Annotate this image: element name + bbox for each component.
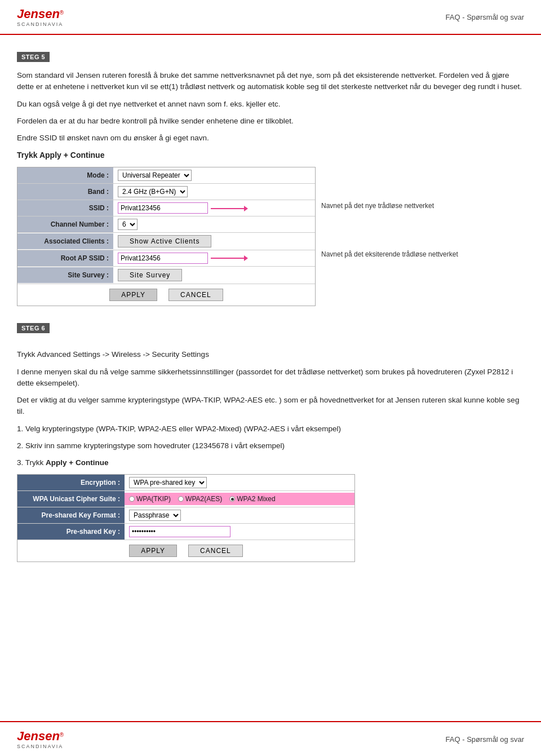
sec-value-keyformat: Passphrase [125,507,354,523]
form-label-band: Band : [17,184,113,200]
sec-value-key [125,524,354,540]
form-label-channel: Channel Number : [17,216,113,232]
form-row-channel: Channel Number : 6 [17,216,315,233]
show-active-clients-button[interactable]: Show Active Clients [118,235,211,247]
form-value-mode: Universal Repeater [113,167,315,183]
footer-logo: Jensen® SCANDINAVIA [17,729,64,749]
ssid-arrow-container [211,204,245,212]
form-row-root-ssid: Root AP SSID : [17,250,315,267]
step6-para4c: 3. Trykk Apply + Continue [17,457,524,468]
ssid-arrow-line [211,208,245,209]
logo-sub: SCANDINAVIA [17,21,63,27]
form-label-ssid: SSID : [17,200,113,216]
preshared-key-input[interactable] [129,526,230,537]
sec-row-cipher: WPA Unicast Cipher Suite : WPA(TKIP) WPA… [17,491,354,507]
router-form: Mode : Universal Repeater Band : 2.4 GHz… [17,167,316,306]
ssid-arrow-head [244,206,248,211]
cancel-button-step5[interactable]: CANCEL [168,289,223,301]
form-value-ssid [113,200,315,216]
sec-row-key: Pre-shared Key : [17,524,354,540]
page-header: Jensen® SCANDINAVIA FAQ - Spørsmål og sv… [0,0,541,35]
step5-para1: Som standard vil Jensen ruteren foreslå … [17,70,524,93]
encryption-select[interactable]: WPA pre-shared key [129,477,207,488]
step5-para2: Du kan også velge å gi det nye nettverke… [17,99,524,110]
form-value-channel: 6 [113,216,315,232]
form-label-site-survey: Site Survey : [17,267,113,283]
footer-logo-brand: Jensen® [17,729,64,744]
router-form-container: Mode : Universal Repeater Band : 2.4 GHz… [17,167,524,306]
step6-para1: Trykk Advanced Settings -> Wireless -> S… [17,349,524,360]
form-value-root-ssid [113,250,315,266]
root-ssid-arrow-head [244,255,248,261]
main-content: STEG 5 Som standard vil Jensen ruteren f… [0,35,541,573]
step5-trykk: Trykk Apply + Continue [17,149,524,161]
header-logo: Jensen® SCANDINAVIA [17,7,64,27]
annotation-new-network: Navnet på det nye trådløse nettverket [321,202,434,210]
form-row-associated: Associated Clients : Show Active Clients [17,233,315,250]
step5-para4: Endre SSID til ønsket navn om du ønsker … [17,132,524,144]
keyformat-select[interactable]: Passphrase [129,510,181,521]
form-row-ssid: SSID : [17,200,315,216]
sec-button-row: APPLY CANCEL [17,540,354,562]
cancel-button-step6[interactable]: CANCEL [188,545,243,557]
form-button-row: APPLY CANCEL [17,284,315,306]
form-label-associated: Associated Clients : [17,233,113,249]
sec-value-cipher: WPA(TKIP) WPA2(AES) WPA2 Mixed [125,493,354,505]
form-label-mode: Mode : [17,167,113,183]
form-value-site-survey: Site Survey [113,267,315,284]
sec-row-keyformat: Pre-shared Key Format : Passphrase [17,507,354,524]
form-row-mode: Mode : Universal Repeater [17,167,315,184]
radio-wpa2-aes[interactable]: WPA2(AES) [178,495,222,503]
apply-button-step6[interactable]: APPLY [129,545,177,557]
footer-title: FAQ - Spørsmål og svar [446,735,524,744]
annotation-existing-network: Navnet på det eksiterende trådløse nettv… [321,250,458,258]
ssid-input[interactable] [118,202,208,214]
mode-select[interactable]: Universal Repeater [118,170,192,181]
step6-para3: Det er viktig at du velger samme krypter… [17,395,524,418]
step6-para4b: 2. Skriv inn samme krypteringstype som h… [17,440,524,452]
sec-label-cipher: WPA Unicast Cipher Suite : [17,491,125,507]
sec-label-encryption: Encryption : [17,475,125,490]
footer-logo-sub: SCANDINAVIA [17,744,63,749]
radio-wpa2-mixed[interactable]: WPA2 Mixed [229,495,275,503]
form-row-band: Band : 2.4 GHz (B+G+N) [17,184,315,200]
step6-section: STEG 6 [17,323,524,341]
form-value-band: 2.4 GHz (B+G+N) [113,184,315,200]
form-value-associated: Show Active Clients [113,233,315,250]
sec-value-encryption: WPA pre-shared key [125,475,354,490]
root-ssid-input[interactable] [118,253,208,264]
form-label-root-ssid: Root AP SSID : [17,250,113,266]
step5-badge: STEG 5 [17,52,50,62]
sec-row-encryption: Encryption : WPA pre-shared key [17,475,354,491]
step6-para2: I denne menyen skal du nå velge samme si… [17,366,524,390]
header-title: FAQ - Spørsmål og svar [446,13,524,21]
form-row-site-survey: Site Survey : Site Survey [17,267,315,284]
page-footer: Jensen® SCANDINAVIA FAQ - Spørsmål og sv… [0,721,541,756]
apply-button-step5[interactable]: APPLY [109,289,157,301]
security-form: Encryption : WPA pre-shared key WPA Unic… [17,474,355,562]
radio-wpa-tkip[interactable]: WPA(TKIP) [129,495,171,503]
channel-select[interactable]: 6 [118,219,138,230]
sec-label-keyformat: Pre-shared Key Format : [17,507,125,523]
step5-section: STEG 5 Som standard vil Jensen ruteren f… [17,52,524,306]
step5-para3: Fordelen da er at du har bedre kontroll … [17,116,524,127]
step6-badge: STEG 6 [17,323,50,333]
step6-para4a: 1. Velg krypteringstype (WPA-TKIP, WPA2-… [17,423,524,435]
band-select[interactable]: 2.4 GHz (B+G+N) [118,186,188,197]
site-survey-button[interactable]: Site Survey [118,269,182,281]
sec-label-key: Pre-shared Key : [17,524,125,540]
logo-brand: Jensen® [17,7,64,21]
root-ssid-arrow-line [211,258,245,259]
